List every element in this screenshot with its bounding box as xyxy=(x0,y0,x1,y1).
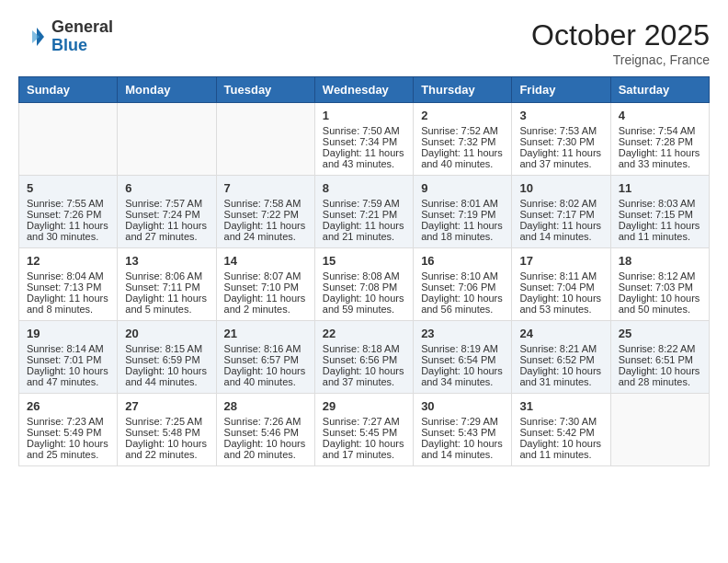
day-info: Sunset: 6:54 PM xyxy=(421,354,504,365)
day-info: Sunset: 6:59 PM xyxy=(125,354,208,365)
calendar-cell: 18Sunrise: 8:12 AMSunset: 7:03 PMDayligh… xyxy=(610,248,709,321)
day-info: Sunset: 7:08 PM xyxy=(323,282,405,293)
logo-text: General Blue xyxy=(51,18,113,55)
day-number: 31 xyxy=(519,399,602,413)
day-info: Sunset: 7:28 PM xyxy=(619,136,701,147)
calendar-cell xyxy=(19,103,118,176)
day-info: Sunrise: 7:55 AM xyxy=(27,198,109,209)
day-header: Thursday xyxy=(414,77,512,103)
calendar-cell: 22Sunrise: 8:18 AMSunset: 6:56 PMDayligh… xyxy=(314,321,413,394)
calendar-cell: 16Sunrise: 8:10 AMSunset: 7:06 PMDayligh… xyxy=(414,248,512,321)
day-info: Daylight: 10 hours and 47 minutes. xyxy=(27,365,109,387)
calendar-cell: 5Sunrise: 7:55 AMSunset: 7:26 PMDaylight… xyxy=(19,176,118,248)
day-info: Sunset: 7:04 PM xyxy=(519,282,602,293)
calendar-cell: 7Sunrise: 7:58 AMSunset: 7:22 PMDaylight… xyxy=(216,176,314,248)
calendar-cell: 19Sunrise: 8:14 AMSunset: 7:01 PMDayligh… xyxy=(19,321,118,394)
day-info: Sunrise: 8:10 AM xyxy=(421,270,504,282)
day-info: Sunset: 5:49 PM xyxy=(27,427,109,438)
calendar-cell: 3Sunrise: 7:53 AMSunset: 7:30 PMDaylight… xyxy=(512,103,610,176)
day-info: Daylight: 10 hours and 25 minutes. xyxy=(27,438,109,460)
day-info: Sunrise: 7:58 AM xyxy=(224,198,307,209)
day-info: Sunset: 7:01 PM xyxy=(27,354,109,365)
day-info: Sunrise: 8:04 AM xyxy=(27,270,109,282)
day-number: 5 xyxy=(27,181,109,195)
month-title: October 2025 xyxy=(531,18,710,52)
calendar-cell: 25Sunrise: 8:22 AMSunset: 6:51 PMDayligh… xyxy=(610,321,709,394)
day-info: Daylight: 10 hours and 28 minutes. xyxy=(619,365,701,387)
day-number: 26 xyxy=(27,399,109,413)
day-info: Daylight: 10 hours and 50 minutes. xyxy=(619,293,701,315)
day-number: 22 xyxy=(323,327,405,340)
day-info: Sunrise: 7:54 AM xyxy=(619,125,701,136)
calendar-header-row: SundayMondayTuesdayWednesdayThursdayFrid… xyxy=(19,77,710,103)
day-info: Sunrise: 8:01 AM xyxy=(421,198,504,209)
day-number: 9 xyxy=(421,181,504,195)
day-info: Sunrise: 8:12 AM xyxy=(619,270,701,282)
day-number: 7 xyxy=(224,181,307,195)
day-number: 25 xyxy=(619,327,701,340)
day-info: Daylight: 10 hours and 59 minutes. xyxy=(323,293,405,315)
day-info: Daylight: 10 hours and 31 minutes. xyxy=(519,365,602,387)
day-number: 18 xyxy=(619,254,701,268)
day-info: Daylight: 10 hours and 14 minutes. xyxy=(421,438,504,460)
day-header: Saturday xyxy=(610,77,709,103)
day-info: Daylight: 11 hours and 33 minutes. xyxy=(619,147,701,169)
day-number: 2 xyxy=(421,109,504,122)
calendar-cell: 24Sunrise: 8:21 AMSunset: 6:52 PMDayligh… xyxy=(512,321,610,394)
day-info: Daylight: 10 hours and 11 minutes. xyxy=(519,438,602,460)
day-info: Sunset: 7:30 PM xyxy=(519,136,602,147)
day-number: 6 xyxy=(125,181,208,195)
calendar-cell: 11Sunrise: 8:03 AMSunset: 7:15 PMDayligh… xyxy=(610,176,709,248)
day-info: Daylight: 11 hours and 30 minutes. xyxy=(27,220,109,242)
day-info: Sunset: 6:57 PM xyxy=(224,354,307,365)
day-number: 15 xyxy=(323,254,405,268)
day-info: Sunset: 5:42 PM xyxy=(519,427,602,438)
day-info: Sunrise: 7:27 AM xyxy=(323,416,405,427)
day-number: 29 xyxy=(323,399,405,413)
calendar-cell: 12Sunrise: 8:04 AMSunset: 7:13 PMDayligh… xyxy=(19,248,118,321)
day-info: Daylight: 10 hours and 44 minutes. xyxy=(125,365,208,387)
calendar-cell: 9Sunrise: 8:01 AMSunset: 7:19 PMDaylight… xyxy=(414,176,512,248)
day-number: 17 xyxy=(519,254,602,268)
calendar-cell: 30Sunrise: 7:29 AMSunset: 5:43 PMDayligh… xyxy=(414,394,512,466)
day-header: Friday xyxy=(512,77,610,103)
day-info: Sunset: 7:15 PM xyxy=(619,209,701,220)
logo-blue: Blue xyxy=(51,36,87,54)
day-info: Daylight: 10 hours and 17 minutes. xyxy=(323,438,405,460)
calendar-week-row: 19Sunrise: 8:14 AMSunset: 7:01 PMDayligh… xyxy=(19,321,710,394)
day-number: 3 xyxy=(519,109,602,122)
day-info: Daylight: 11 hours and 8 minutes. xyxy=(27,293,109,315)
day-info: Sunset: 7:17 PM xyxy=(519,209,602,220)
day-info: Sunrise: 8:02 AM xyxy=(519,198,602,209)
day-info: Daylight: 11 hours and 18 minutes. xyxy=(421,220,504,242)
calendar-cell: 21Sunrise: 8:16 AMSunset: 6:57 PMDayligh… xyxy=(216,321,314,394)
day-info: Sunset: 7:06 PM xyxy=(421,282,504,293)
day-number: 12 xyxy=(27,254,109,268)
day-number: 11 xyxy=(619,181,701,195)
day-info: Daylight: 10 hours and 34 minutes. xyxy=(421,365,504,387)
day-info: Sunrise: 7:50 AM xyxy=(323,125,405,136)
day-info: Daylight: 10 hours and 20 minutes. xyxy=(224,438,307,460)
calendar-week-row: 5Sunrise: 7:55 AMSunset: 7:26 PMDaylight… xyxy=(19,176,710,248)
day-info: Daylight: 11 hours and 43 minutes. xyxy=(323,147,405,169)
day-info: Sunset: 6:52 PM xyxy=(519,354,602,365)
day-info: Sunrise: 8:14 AM xyxy=(27,343,109,354)
calendar-cell xyxy=(216,103,314,176)
day-info: Sunrise: 7:30 AM xyxy=(519,416,602,427)
day-info: Sunrise: 8:18 AM xyxy=(323,343,405,354)
day-info: Daylight: 11 hours and 2 minutes. xyxy=(224,293,307,315)
day-number: 16 xyxy=(421,254,504,268)
day-number: 21 xyxy=(224,327,307,340)
calendar-cell: 1Sunrise: 7:50 AMSunset: 7:34 PMDaylight… xyxy=(314,103,413,176)
calendar-cell: 15Sunrise: 8:08 AMSunset: 7:08 PMDayligh… xyxy=(314,248,413,321)
calendar-cell: 6Sunrise: 7:57 AMSunset: 7:24 PMDaylight… xyxy=(118,176,216,248)
calendar-cell: 23Sunrise: 8:19 AMSunset: 6:54 PMDayligh… xyxy=(414,321,512,394)
day-number: 27 xyxy=(125,399,208,413)
logo-general: General xyxy=(51,17,113,36)
day-info: Sunset: 7:26 PM xyxy=(27,209,109,220)
calendar-cell: 26Sunrise: 7:23 AMSunset: 5:49 PMDayligh… xyxy=(19,394,118,466)
day-info: Daylight: 11 hours and 24 minutes. xyxy=(224,220,307,242)
calendar-week-row: 1Sunrise: 7:50 AMSunset: 7:34 PMDaylight… xyxy=(19,103,710,176)
calendar-cell: 2Sunrise: 7:52 AMSunset: 7:32 PMDaylight… xyxy=(414,103,512,176)
calendar-cell: 27Sunrise: 7:25 AMSunset: 5:48 PMDayligh… xyxy=(118,394,216,466)
